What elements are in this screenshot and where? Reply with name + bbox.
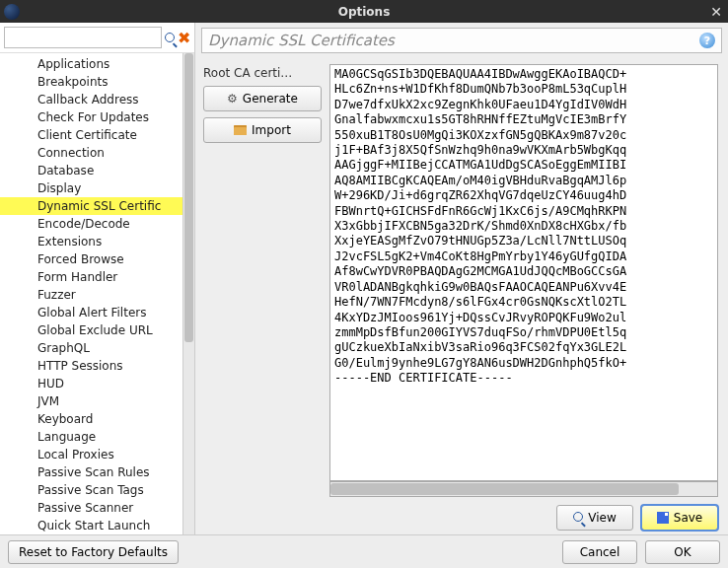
options-tree[interactable]: ApplicationsBreakpointsCallback AddressC… [0, 53, 182, 534]
tree-item[interactable]: Database [0, 162, 182, 179]
save-button[interactable]: Save [641, 505, 718, 531]
tree-item[interactable]: Global Alert Filters [0, 304, 182, 321]
ok-label: OK [674, 545, 691, 559]
tree-item[interactable]: Passive Scanner [0, 499, 182, 517]
tree-scrollbar[interactable] [182, 53, 194, 534]
certificate-textarea[interactable]: MA0GCSqGSIb3DQEBAQUAA4IBDwAwggEKAoIBAQCD… [329, 64, 718, 481]
view-label: View [588, 511, 616, 525]
tree-item[interactable]: Passive Scan Rules [0, 463, 182, 481]
cert-left-controls: Root CA certi… ⚙ Generate Import [203, 64, 322, 531]
cert-h-scrollbar[interactable] [329, 481, 718, 497]
lens-icon [573, 511, 583, 525]
cert-body: Root CA certi… ⚙ Generate Import MA0GCSq… [195, 58, 728, 534]
cancel-button[interactable]: Cancel [562, 540, 637, 564]
search-icon[interactable] [165, 30, 175, 45]
tree-item[interactable]: Keyboard [0, 410, 182, 428]
import-button[interactable]: Import [203, 117, 322, 143]
tree-item[interactable]: Language [0, 428, 182, 446]
search-input[interactable] [4, 27, 162, 48]
search-row: ✖ [0, 23, 194, 53]
tree-item[interactable]: GraphQL [0, 339, 182, 357]
cert-h-thumb[interactable] [330, 483, 679, 495]
cert-right-pane: MA0GCSqGSIb3DQEBAQUAA4IBDwAwggEKAoIBAQCD… [329, 64, 718, 531]
tree-item[interactable]: Passive Scan Tags [0, 481, 182, 499]
tree-item[interactable]: HUD [0, 375, 182, 392]
tree-item[interactable]: Forced Browse [0, 250, 182, 268]
cert-actions: View Save [329, 503, 718, 531]
tree-item[interactable]: Extensions [0, 233, 182, 250]
panel-header: Dynamic SSL Certificates ? [201, 28, 722, 53]
generate-button[interactable]: ⚙ Generate [203, 86, 322, 111]
panel-title: Dynamic SSL Certificates [208, 32, 699, 49]
tree-item[interactable]: Encode/Decode [0, 215, 182, 233]
tree-item[interactable]: Client Certificate [0, 126, 182, 144]
reset-label: Reset to Factory Defaults [19, 545, 168, 559]
reset-button[interactable]: Reset to Factory Defaults [8, 540, 179, 564]
options-panel: Dynamic SSL Certificates ? Root CA certi… [195, 23, 728, 534]
content: ✖ ApplicationsBreakpointsCallback Addres… [0, 23, 728, 534]
save-label: Save [674, 511, 702, 525]
app-icon [4, 4, 20, 20]
view-button[interactable]: View [556, 505, 633, 531]
title-bar: Options ✕ [0, 0, 728, 23]
gear-icon: ⚙ [227, 92, 238, 106]
help-icon[interactable]: ? [699, 33, 715, 48]
import-label: Import [252, 123, 291, 137]
tree-item[interactable]: JVM [0, 392, 182, 410]
tree-item[interactable]: Global Exclude URL [0, 321, 182, 339]
folder-icon [234, 125, 247, 135]
root-ca-label: Root CA certi… [203, 64, 322, 80]
generate-label: Generate [243, 92, 298, 106]
tree-item[interactable]: Display [0, 179, 182, 197]
tree-item[interactable]: Check For Updates [0, 108, 182, 126]
tree-item[interactable]: Callback Address [0, 91, 182, 108]
tree-item[interactable]: Quick Start Launch [0, 517, 182, 534]
cancel-label: Cancel [580, 545, 620, 559]
tree-scrollbar-thumb[interactable] [184, 53, 193, 342]
ok-button[interactable]: OK [645, 540, 720, 564]
footer: Reset to Factory Defaults Cancel OK [0, 534, 728, 568]
tree-item[interactable]: Breakpoints [0, 73, 182, 91]
tree-item[interactable]: Connection [0, 144, 182, 162]
tree-item[interactable]: Form Handler [0, 268, 182, 286]
tree-item[interactable]: Applications [0, 55, 182, 73]
tree-item[interactable]: HTTP Sessions [0, 357, 182, 375]
close-icon[interactable]: ✕ [710, 4, 722, 20]
tree-item[interactable]: Local Proxies [0, 446, 182, 463]
tree-item[interactable]: Fuzzer [0, 286, 182, 304]
options-tree-panel: ✖ ApplicationsBreakpointsCallback Addres… [0, 23, 195, 534]
save-icon [657, 512, 669, 524]
clear-search-icon[interactable]: ✖ [178, 30, 190, 45]
tree-item[interactable]: Dynamic SSL Certific [0, 197, 182, 215]
window-title: Options [338, 5, 391, 19]
